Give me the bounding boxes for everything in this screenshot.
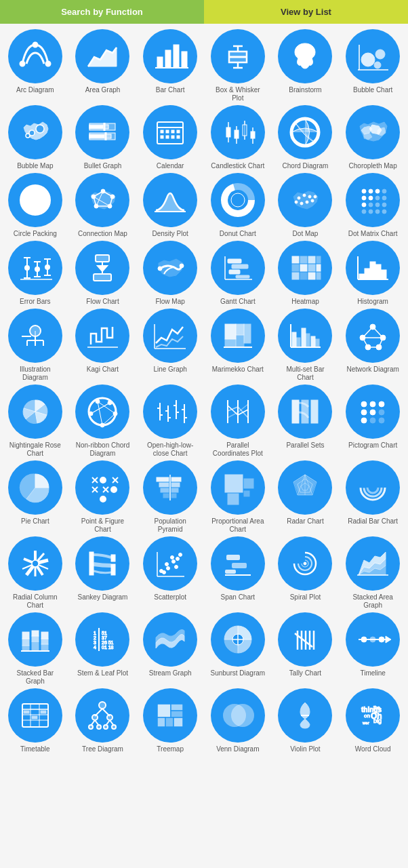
svg-line-190 [98,401,102,425]
svg-rect-157 [236,324,244,335]
item-multiset-bar[interactable]: Multi-set Bar Chart [273,309,338,382]
item-non-ribbon-chord[interactable]: Non-ribbon Chord Diagram [70,384,136,458]
item-network-diagram[interactable]: Network Diagram [340,309,405,382]
item-radial-bar[interactable]: Radial Bar Chart [340,460,405,534]
svg-rect-286 [22,632,29,639]
item-tally-chart[interactable]: Tally Chart [273,612,338,686]
item-population-pyramid[interactable]: Population Pyramid [138,460,203,534]
svg-rect-281 [225,570,236,574]
svg-point-336 [112,725,116,729]
item-treemap[interactable]: Treemap [138,688,203,753]
svg-point-52 [26,195,31,200]
item-scatterplot[interactable]: Scatterplot [138,536,203,610]
item-tree-diagram[interactable]: Tree Diagram [70,688,136,753]
svg-rect-140 [375,264,381,279]
item-heatmap[interactable]: Heatmap [273,241,338,306]
svg-point-82 [314,195,317,198]
item-stacked-bar[interactable]: Stacked Bar Graph [3,612,68,686]
item-word-cloud[interactable]: things the on Oh wer big Word Cloud [340,688,405,753]
svg-rect-38 [166,136,169,138]
svg-point-213 [370,410,375,415]
svg-point-90 [382,196,386,200]
tab-function[interactable]: Search by Function [0,0,204,24]
svg-rect-322 [32,716,37,719]
item-histogram[interactable]: Histogram [340,241,405,306]
tab-list[interactable]: View by List [204,0,408,24]
item-choropleth-map[interactable]: Choropleth Map [340,105,405,170]
svg-point-253 [367,482,378,493]
tabs: Search by Function View by List [0,0,408,24]
svg-point-89 [375,196,380,200]
item-connection-map[interactable]: Connection Map [70,173,136,238]
item-parallel-coords[interactable]: Parallel Coordinates Plot [205,384,270,458]
svg-point-225 [111,487,117,492]
svg-rect-4 [157,57,163,68]
svg-point-275 [179,553,182,557]
svg-point-84 [369,189,373,193]
item-pictogram[interactable]: Pictogram Chart [340,384,405,458]
item-violin-plot[interactable]: Violin Plot [273,688,338,753]
item-sankey[interactable]: Sankey Diagram [70,536,136,610]
svg-point-92 [369,203,373,207]
item-pie-chart[interactable]: Pie Chart [3,460,68,534]
item-timetable[interactable]: Timetable [3,688,68,753]
item-candlestick[interactable]: Candlestick Chart [205,105,270,170]
item-bubble-chart[interactable]: Bubble Chart [340,29,405,102]
svg-point-75 [298,197,300,199]
item-line-graph[interactable]: Line Graph [138,309,203,382]
svg-rect-40 [177,136,180,138]
svg-point-58 [31,204,34,207]
svg-rect-165 [311,336,315,347]
svg-point-56 [40,197,43,200]
item-venn-diagram[interactable]: Venn Diagram [205,688,270,753]
item-flow-chart[interactable]: Flow Chart [70,241,136,306]
svg-line-176 [363,338,368,347]
item-radial-column[interactable]: Radial Column Chart [3,536,68,610]
item-gantt-chart[interactable]: Gantt Chart [205,241,270,306]
item-sunburst[interactable]: Sunburst Diagram [205,612,270,686]
svg-rect-155 [225,324,236,339]
item-ohlc[interactable]: Open-high-low-close Chart [138,384,203,458]
item-error-bars[interactable]: Error Bars [3,241,68,306]
item-nightingale-rose[interactable]: Nightingale Rose Chart [3,384,68,458]
svg-rect-315 [22,704,48,727]
item-stacked-area[interactable]: Stacked Area Graph [340,536,405,610]
item-box-whisker[interactable]: Box & Whisker Plot [205,29,270,102]
item-arc-diagram[interactable]: Arc Diagram [3,29,68,102]
item-point-figure[interactable]: Point & Figure Chart [70,460,136,534]
item-chord-diagram[interactable]: Chord Diagram [273,105,338,170]
item-flow-map[interactable]: Flow Map [138,241,203,306]
item-bubble-map[interactable]: Bubble Map [3,105,68,170]
svg-point-80 [311,199,314,202]
item-spiral-plot[interactable]: Spiral Plot [273,536,338,610]
item-dot-map[interactable]: Dot Map [273,173,338,238]
item-parallel-sets[interactable]: Parallel Sets [273,384,338,458]
svg-rect-264 [89,552,94,575]
item-brainstorm[interactable]: Brainstorm [273,29,338,102]
svg-rect-287 [32,642,39,651]
svg-marker-311 [386,636,391,643]
item-circle-packing[interactable]: Circle Packing [3,173,68,238]
svg-rect-341 [165,717,174,727]
svg-rect-159 [244,324,251,343]
item-kagi-chart[interactable]: Kagi Chart [70,309,136,382]
item-proportional-area[interactable]: Proportional Area Chart [205,460,270,534]
item-stem-leaf[interactable]: 1 51 2 37 3 26 51 4 01 18 Stem & Leaf Pl… [70,612,136,686]
item-bar-chart[interactable]: Bar Chart [138,29,203,102]
item-density-plot[interactable]: Density Plot [138,173,203,238]
item-bullet-graph[interactable]: Bullet Graph [70,105,136,170]
svg-point-21 [36,125,44,133]
item-donut-chart[interactable]: Donut Chart [205,173,270,238]
item-marimekko[interactable]: Marimekko Chart [205,309,270,382]
svg-point-98 [382,210,386,214]
item-illustration-diagram[interactable]: Illustration Diagram [3,309,68,382]
item-calendar[interactable]: Calendar [138,105,203,170]
svg-point-334 [97,725,101,729]
item-stream-graph[interactable]: Stream Graph [138,612,203,686]
item-dot-matrix[interactable]: Dot Matrix Chart [340,173,405,238]
item-radar-chart[interactable]: Radar Chart [273,460,338,534]
svg-rect-125 [292,256,299,263]
item-span-chart[interactable]: Span Chart [205,536,270,610]
item-area-graph[interactable]: Area Graph [70,29,136,102]
item-timeline[interactable]: Timeline [340,612,405,686]
